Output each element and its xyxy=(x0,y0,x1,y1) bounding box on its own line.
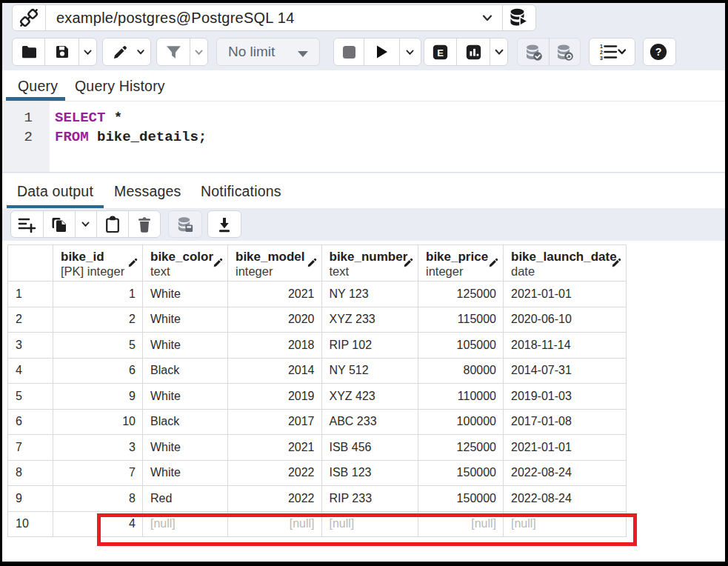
svg-text:1: 1 xyxy=(600,44,603,49)
svg-text:2: 2 xyxy=(600,50,603,55)
svg-text:E: E xyxy=(437,47,444,58)
svg-text:?: ? xyxy=(655,46,661,58)
svg-text:3: 3 xyxy=(600,56,603,61)
